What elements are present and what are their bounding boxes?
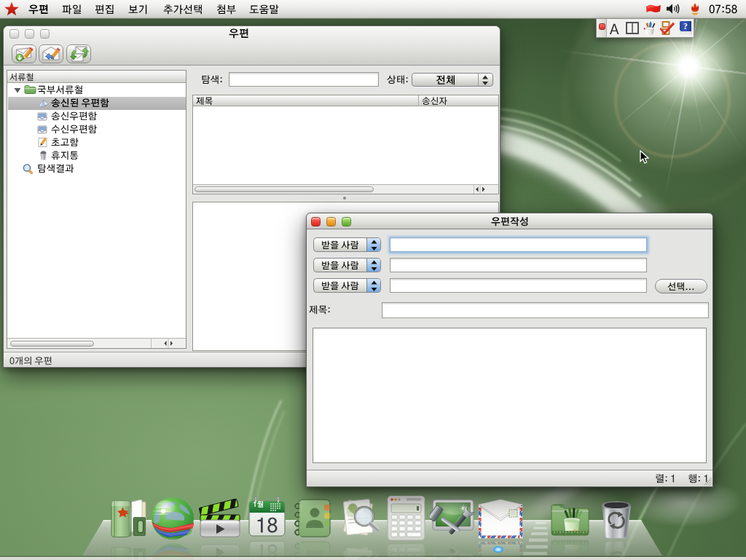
svg-text:?: ?	[683, 21, 688, 31]
